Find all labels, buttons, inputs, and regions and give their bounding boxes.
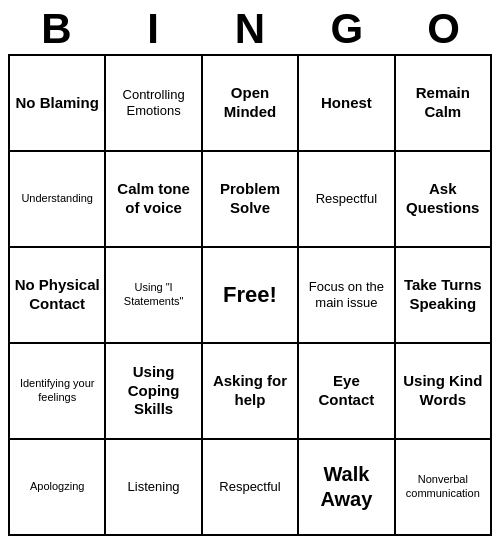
cell-text: Eye Contact — [303, 372, 389, 410]
cell-text: Take Turns Speaking — [400, 276, 486, 314]
cell-r0-c3: Honest — [299, 56, 395, 152]
cell-r2-c4: Take Turns Speaking — [396, 248, 492, 344]
cell-r0-c4: Remain Calm — [396, 56, 492, 152]
cell-r2-c3: Focus on the main issue — [299, 248, 395, 344]
cell-text: Remain Calm — [400, 84, 486, 122]
cell-r3-c0: Identifying your feelings — [10, 344, 106, 440]
bingo-letter: N — [202, 8, 299, 50]
cell-r4-c0: Apologzing — [10, 440, 106, 536]
cell-r2-c2: Free! — [203, 248, 299, 344]
bingo-letter: G — [298, 8, 395, 50]
cell-r1-c4: Ask Questions — [396, 152, 492, 248]
cell-text: Free! — [223, 281, 277, 309]
cell-r3-c4: Using Kind Words — [396, 344, 492, 440]
cell-text: Calm tone of voice — [110, 180, 196, 218]
cell-text: Using Coping Skills — [110, 363, 196, 419]
cell-r4-c4: Nonverbal communication — [396, 440, 492, 536]
cell-r0-c1: Controlling Emotions — [106, 56, 202, 152]
cell-r0-c2: Open Minded — [203, 56, 299, 152]
bingo-letter: I — [105, 8, 202, 50]
cell-text: Identifying your feelings — [14, 377, 100, 405]
cell-text: Using "I Statements" — [110, 281, 196, 309]
cell-r4-c2: Respectful — [203, 440, 299, 536]
cell-text: Honest — [321, 94, 372, 113]
cell-text: Walk Away — [303, 462, 389, 512]
bingo-grid: No BlamingControlling EmotionsOpen Minde… — [8, 54, 492, 536]
cell-r3-c3: Eye Contact — [299, 344, 395, 440]
cell-r0-c0: No Blaming — [10, 56, 106, 152]
cell-r4-c1: Listening — [106, 440, 202, 536]
cell-text: Using Kind Words — [400, 372, 486, 410]
cell-text: No Physical Contact — [14, 276, 100, 314]
cell-r2-c0: No Physical Contact — [10, 248, 106, 344]
cell-text: Ask Questions — [400, 180, 486, 218]
cell-r1-c2: Problem Solve — [203, 152, 299, 248]
bingo-header: BINGO — [8, 8, 492, 50]
bingo-letter: O — [395, 8, 492, 50]
cell-r4-c3: Walk Away — [299, 440, 395, 536]
cell-r3-c1: Using Coping Skills — [106, 344, 202, 440]
cell-text: Understanding — [21, 192, 93, 206]
cell-text: Nonverbal communication — [400, 473, 486, 501]
cell-r1-c3: Respectful — [299, 152, 395, 248]
cell-text: Respectful — [219, 479, 280, 495]
bingo-letter: B — [8, 8, 105, 50]
cell-r1-c0: Understanding — [10, 152, 106, 248]
cell-text: Focus on the main issue — [303, 279, 389, 312]
cell-r1-c1: Calm tone of voice — [106, 152, 202, 248]
cell-text: Asking for help — [207, 372, 293, 410]
cell-text: Controlling Emotions — [110, 87, 196, 120]
cell-text: No Blaming — [16, 94, 99, 113]
cell-r3-c2: Asking for help — [203, 344, 299, 440]
cell-text: Problem Solve — [207, 180, 293, 218]
cell-text: Apologzing — [30, 480, 84, 494]
cell-text: Respectful — [316, 191, 377, 207]
cell-text: Listening — [128, 479, 180, 495]
cell-r2-c1: Using "I Statements" — [106, 248, 202, 344]
cell-text: Open Minded — [207, 84, 293, 122]
